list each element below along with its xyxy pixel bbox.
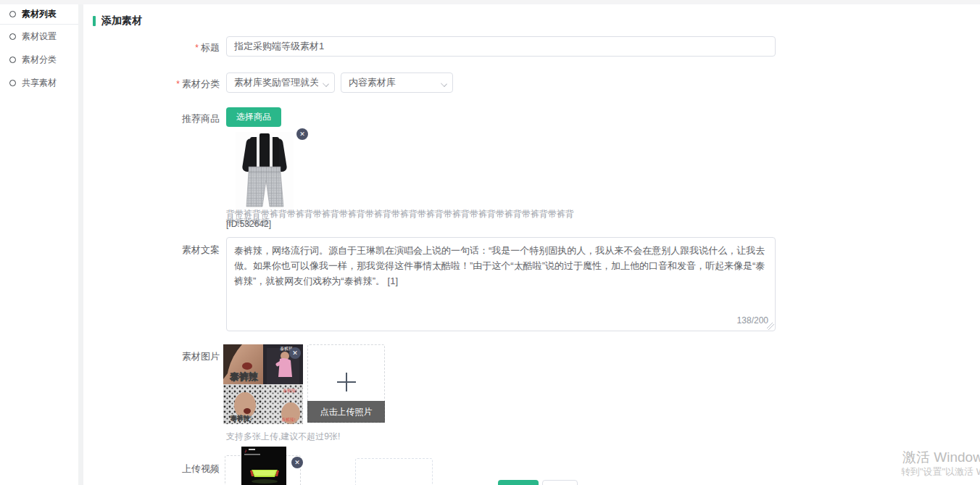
remove-image-icon[interactable]: ✕ bbox=[289, 347, 301, 359]
remove-product-icon[interactable]: ✕ bbox=[296, 128, 308, 140]
meme-caption-text: 泰裤辣! bbox=[283, 388, 297, 394]
sidebar-item-label: 共享素材 bbox=[22, 77, 57, 89]
title-input[interactable] bbox=[226, 36, 776, 57]
category-select-secondary[interactable]: 内容素材库 bbox=[341, 72, 453, 93]
sidebar-item-label: 素材列表 bbox=[22, 8, 57, 20]
submit-button[interactable] bbox=[498, 480, 539, 485]
chevron-down-icon bbox=[441, 81, 447, 86]
title-accent-bar bbox=[93, 16, 96, 26]
resize-handle-icon[interactable] bbox=[767, 323, 774, 330]
plus-icon bbox=[337, 373, 356, 391]
app-window: 素材列表 素材设置 素材分类 共享素材 添加素材 *标题 *素材分类 bbox=[0, 0, 980, 485]
sidebar-item-material-settings[interactable]: 素材设置 bbox=[0, 25, 78, 48]
video-upload-slot-empty[interactable] bbox=[355, 458, 433, 485]
selected-value: 素材库奖励管理就关机拉了 bbox=[234, 76, 318, 89]
panel-divider bbox=[78, 4, 83, 485]
select-product-button[interactable]: 选择商品 bbox=[226, 107, 281, 127]
sidebar-item-material-list[interactable]: 素材列表 bbox=[0, 4, 78, 25]
remove-video-icon[interactable]: ✕ bbox=[291, 457, 303, 468]
add-material-panel: 添加素材 *标题 *素材分类 素材库奖励管理就关机拉了 内容素材库 推荐商品 选… bbox=[83, 4, 980, 485]
windows-activation-watermark: 激活 Windows bbox=[902, 448, 980, 467]
video-thumbnail[interactable]: ♪ bbox=[241, 447, 286, 485]
copy-textarea-wrap: 泰裤辣，网络流行词。源自于王琳凯在演唱会上说的一句话：“我是一个特别固执的人，我… bbox=[226, 237, 776, 331]
radio-circle-icon bbox=[9, 80, 16, 86]
sidebar-item-label: 素材设置 bbox=[22, 30, 57, 43]
meme-caption-text: 泰裤辣! bbox=[230, 415, 252, 422]
upload-photo-box[interactable]: 点击上传照片 bbox=[307, 344, 385, 423]
sidebar-item-material-category[interactable]: 素材分类 bbox=[0, 48, 78, 71]
product-name-text: 背带裤背带裤背带裤背带裤背带裤背带裤背带裤背带裤背带裤背带裤背带裤背带裤背带裤背… bbox=[226, 210, 574, 226]
product-thumbnail[interactable] bbox=[236, 132, 294, 210]
sidebar: 素材列表 素材设置 素材分类 共享素材 bbox=[0, 4, 78, 485]
product-field-label: 推荐商品 bbox=[140, 112, 220, 125]
page-title: 添加素材 bbox=[93, 14, 142, 28]
svg-text:♪: ♪ bbox=[244, 448, 247, 453]
images-hint-text: 支持多张上传,建议不超过9张! bbox=[226, 431, 340, 443]
sidebar-item-shared-material[interactable]: 共享素材 bbox=[0, 71, 78, 94]
windows-activation-watermark-sub: 转到"设置"以激活 Wir bbox=[901, 465, 980, 478]
title-field-label: *标题 bbox=[140, 41, 220, 54]
meme-caption-text: 泰裤辣 bbox=[229, 371, 259, 382]
images-field-label: 素材图片 bbox=[140, 350, 220, 363]
category-field-label: *素材分类 bbox=[140, 78, 220, 91]
page-title-text: 添加素材 bbox=[101, 14, 142, 28]
chevron-down-icon bbox=[323, 81, 328, 86]
sidebar-item-label: 素材分类 bbox=[22, 54, 57, 66]
radio-circle-icon bbox=[9, 33, 16, 40]
meme-caption-text: 泰裤辣! bbox=[281, 417, 296, 423]
copy-field-label: 素材文案 bbox=[140, 244, 220, 257]
video-field-label: 上传视频 bbox=[140, 463, 220, 476]
radio-circle-icon bbox=[9, 57, 16, 63]
char-counter: 138/200 bbox=[737, 315, 768, 326]
copy-textarea[interactable]: 泰裤辣，网络流行词。源自于王琳凯在演唱会上说的一句话：“我是一个特别固执的人，我… bbox=[226, 237, 776, 331]
required-asterisk: * bbox=[195, 43, 199, 53]
required-asterisk: * bbox=[176, 79, 180, 89]
category-select-primary[interactable]: 素材库奖励管理就关机拉了 bbox=[226, 72, 335, 93]
radio-circle-icon bbox=[9, 11, 16, 17]
upload-photo-button[interactable]: 点击上传照片 bbox=[307, 401, 385, 423]
cancel-button[interactable] bbox=[542, 480, 578, 485]
product-id-text: [ID:532642] bbox=[226, 219, 271, 229]
selected-value: 内容素材库 bbox=[349, 76, 396, 89]
